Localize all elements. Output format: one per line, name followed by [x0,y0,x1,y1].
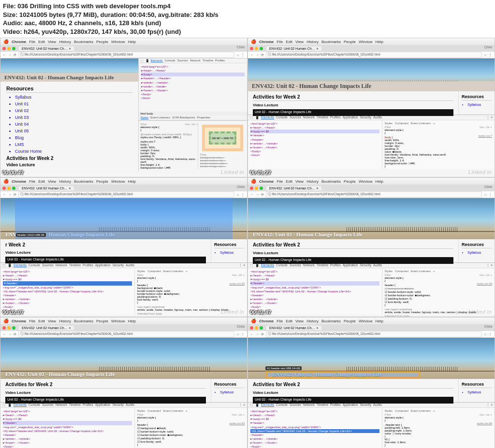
forward-icon[interactable]: → [8,53,12,57]
frame-6: 🍎ChromeFileEditViewHistoryBookmarksPeopl… [248,317,495,448]
frame-4: 🍎ChromeFileEditViewHistoryBookmarksPeopl… [248,177,495,317]
resources-heading: Resources [6,86,132,93]
timestamp: 00:00:47 [2,170,24,175]
reload-icon[interactable]: ⟳ [14,53,16,57]
resources-list: SyllabusUnit 01Unit 02Unit 03Unit 04Unit… [15,95,132,154]
frame-1: 🍎 Chrome FileEditViewHistoryBookmarksPeo… [0,38,248,177]
back-icon[interactable]: ← [3,53,6,57]
macos-menubar: 🍎 Chrome FileEditViewHistoryBookmarksPeo… [0,38,247,45]
maximize-icon[interactable] [12,47,15,50]
dom-breadcrumb[interactable]: html body [139,112,247,116]
file-metadata: File: 036 Drilling into CSS with web dev… [0,0,495,38]
page-title: ENV432: Unit 02 - Human Change Impacts L… [248,81,495,91]
elements-tree[interactable]: <html lang="en-US">▸<head>…</head>▾<body… [139,63,247,112]
menu-icon[interactable]: ⋮ [241,53,245,57]
measure-tooltip: h1.header-text 689.14×26 [265,366,302,370]
apple-icon: 🍎 [3,39,9,44]
thumbnail-grid: 🍎 Chrome FileEditViewHistoryBookmarksPeo… [0,38,495,448]
box-model: 306.967 × 1848.700 [202,125,243,151]
user-badge[interactable]: Chris [237,45,245,49]
browser-tabs: ENV432: Unit 02 Human Ch…× Chris [0,45,247,52]
url-bar: ←→⟳ ⓘ file:///Users/csm/Desktop/Exercise… [0,52,247,58]
frame-3: 🍎ChromeFileEditViewHistoryBookmarksPeopl… [0,177,248,317]
device-icon[interactable]: 📱 [146,59,149,62]
close-icon[interactable] [2,47,6,50]
browser-tab[interactable]: ENV432: Unit 02 Human Ch…× [19,46,74,51]
frame-2: 🍎ChromeFileEditViewHistoryBookmarksPeopl… [248,38,495,177]
minimize-icon[interactable] [7,47,11,50]
measure-tooltip: header 1012×189.39 [16,233,46,237]
frame-5: 🍎ChromeFileEditViewHistoryBookmarksPeopl… [0,317,248,448]
devtools-tabs[interactable]: ⬚📱ElementsConsoleSourcesNetworkTimelineP… [139,58,247,63]
address-field[interactable]: ⓘ file:///Users/csm/Desktop/Exercise%20F… [18,52,234,58]
app-name: Chrome [12,40,26,44]
activities-heading: Activities for Week 2 [6,156,132,161]
inspect-icon[interactable]: ⬚ [141,59,144,62]
page-title: ENV432: Unit 02 - Human Change Impacts L… [0,73,138,82]
star-icon[interactable]: ☆ [236,53,239,57]
watermark: Linked in [221,169,244,175]
